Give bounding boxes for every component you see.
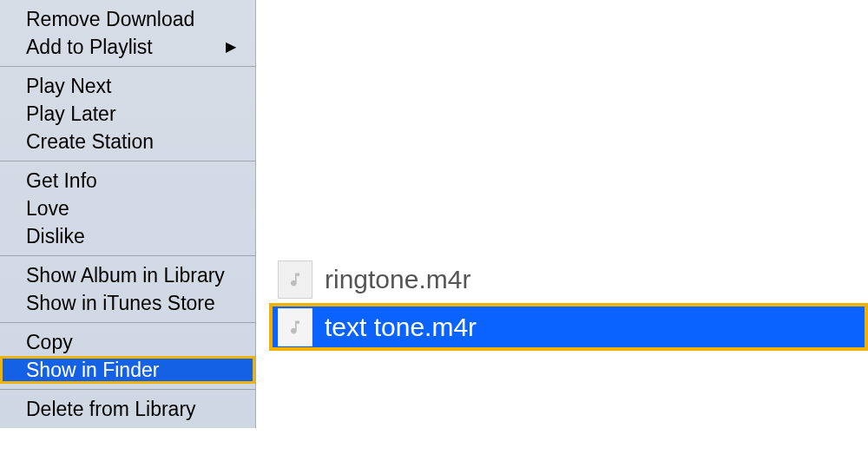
menu-item-label: Delete from Library bbox=[26, 397, 196, 421]
menu-item-show-in-itunes-store[interactable]: Show in iTunes Store bbox=[0, 289, 255, 317]
menu-item-delete-from-library[interactable]: Delete from Library bbox=[0, 395, 255, 423]
file-row[interactable]: ringtone.m4r bbox=[269, 255, 868, 303]
menu-item-label: Remove Download bbox=[26, 7, 194, 31]
menu-item-play-later[interactable]: Play Later bbox=[0, 100, 255, 128]
menu-item-show-in-finder[interactable]: Show in Finder bbox=[0, 356, 255, 384]
menu-item-label: Get Info bbox=[26, 168, 97, 193]
file-row[interactable]: text tone.m4r bbox=[269, 303, 868, 351]
music-file-icon bbox=[278, 260, 312, 299]
menu-item-add-to-playlist[interactable]: Add to Playlist▶ bbox=[0, 33, 255, 61]
menu-item-label: Play Later bbox=[26, 102, 116, 126]
file-list: ringtone.m4rtext tone.m4r bbox=[269, 255, 868, 351]
menu-item-create-station[interactable]: Create Station bbox=[0, 128, 255, 155]
menu-item-remove-download[interactable]: Remove Download bbox=[0, 5, 255, 33]
menu-item-play-next[interactable]: Play Next bbox=[0, 72, 255, 100]
menu-item-show-album-in-library[interactable]: Show Album in Library bbox=[0, 261, 255, 289]
menu-item-love[interactable]: Love bbox=[0, 194, 255, 222]
menu-item-label: Add to Playlist bbox=[26, 35, 153, 59]
menu-item-label: Show in Finder bbox=[26, 358, 159, 382]
music-file-icon bbox=[278, 308, 312, 346]
menu-item-copy[interactable]: Copy bbox=[0, 328, 255, 356]
menu-item-label: Show Album in Library bbox=[26, 263, 225, 287]
menu-item-label: Create Station bbox=[26, 129, 154, 154]
context-menu: Remove DownloadAdd to Playlist▶Play Next… bbox=[0, 0, 256, 428]
file-name: ringtone.m4r bbox=[325, 267, 470, 293]
menu-item-dislike[interactable]: Dislike bbox=[0, 222, 255, 250]
menu-item-label: Play Next bbox=[26, 74, 111, 98]
menu-item-label: Show in iTunes Store bbox=[26, 291, 215, 315]
file-name: text tone.m4r bbox=[325, 314, 477, 340]
menu-item-label: Copy bbox=[26, 330, 73, 354]
menu-item-label: Love bbox=[26, 196, 69, 221]
chevron-right-icon: ▶ bbox=[226, 35, 236, 59]
menu-item-get-info[interactable]: Get Info bbox=[0, 167, 255, 194]
menu-item-label: Dislike bbox=[26, 224, 85, 248]
